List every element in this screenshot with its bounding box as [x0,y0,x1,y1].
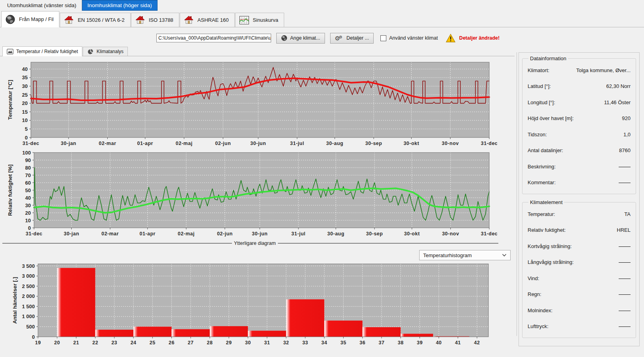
svg-text:37: 37 [379,340,385,346]
diagram-type-dropdown[interactable]: Temperaturhistogram [419,250,511,260]
svg-text:31-jul: 31-jul [291,231,306,237]
svg-text:25: 25 [22,92,28,98]
source-tab-2[interactable]: ISO 13788 [131,13,179,27]
house-icon [184,15,194,25]
source-tab-label: EN 15026 / WTA 6-2 [78,17,124,23]
svg-text:42: 42 [474,340,480,346]
info-row-value [619,275,631,281]
svg-text:30-jan: 30-jan [61,141,76,146]
info-row-value: 11,46 Öster [604,99,631,105]
use-left-climate-checkbox[interactable] [380,35,386,41]
svg-text:80: 80 [25,165,31,171]
info-row: Höjd över havet [m]:920 [528,111,631,127]
info-row: Lufttryck: [528,319,631,335]
svg-text:3 000: 3 000 [22,273,35,279]
ange-klimat-button[interactable]: Ange klimat... [276,33,325,44]
info-row: Kommentar: [528,175,631,191]
svg-text:1 500: 1 500 [22,304,35,309]
svg-text:32: 32 [283,340,289,346]
svg-text:30-aug: 30-aug [326,141,343,146]
svg-text:5: 5 [25,126,28,132]
info-row-value: 8760 [619,147,631,153]
gears-icon: ⚙⚙ [335,35,344,41]
diagram-type-value: Temperaturhistogram [423,252,472,258]
view-tab-0[interactable]: Temperatur / Relativ fuktighet [2,46,82,56]
svg-text:35: 35 [340,340,346,346]
empty-value-dash [619,183,631,183]
svg-text:36: 36 [359,340,365,346]
info-row-label: Longitud [°]: [528,99,555,105]
svg-text:25: 25 [150,340,156,346]
view-tab-label: Temperatur / Relativ fuktighet [16,49,78,54]
climate-elements-title: Klimatelement [528,199,564,205]
svg-text:31-dec: 31-dec [23,141,40,146]
view-tab-1[interactable]: Klimatanalys [83,47,128,56]
svg-text:15: 15 [22,109,28,115]
panel-splitter[interactable] [517,52,517,336]
diagram-type-row: Temperaturhistogram [0,250,511,260]
data-information-group: Datainformation Klimatort:Tolga kommune,… [522,55,636,194]
info-row-value [619,243,631,249]
svg-text:01-apr: 01-apr [137,141,153,146]
humidity-chart: 010203040506070809010031-dec30-jan02-mar… [0,150,515,238]
info-side-panel: Datainformation Klimatort:Tolga kommune,… [519,52,640,346]
info-row-value: Tolga kommune, Øver... [576,67,631,73]
main-content: Temperatur / Relativ fuktighetKlimatanal… [0,46,644,350]
info-row-value: 920 [622,115,631,121]
info-row-value [619,307,631,313]
tab-outdoor-climate[interactable]: Utomhusklimat (vänster sida) [2,0,82,11]
detaljer-button[interactable]: ⚙⚙ Detaljer ... [330,33,374,44]
ange-klimat-button-label: Ange klimat... [290,35,320,41]
wufi-climate-window: Utomhusklimat (vänster sida)Inomhusklima… [0,0,644,357]
source-tab-4[interactable]: Sinuskurva [235,13,284,27]
svg-text:30: 30 [245,340,251,346]
svg-text:31-dec: 31-dec [481,231,497,237]
climate-elements-group: Klimatelement Temperatur:TARelativ fukti… [522,199,636,338]
source-tab-0[interactable]: Från Mapp / Fil [1,11,59,27]
source-tab-label: ISO 13788 [149,17,173,23]
svg-text:Antal händelser [.]: Antal händelser [.] [12,277,18,324]
climate-elements-rows: Temperatur:TARelativ fuktighet:HRELKortv… [528,206,631,334]
climate-toolbar: C:\Users\vaa_000\AppData\Roaming\WUFI\Cl… [156,32,644,44]
svg-text:02-maj: 02-maj [178,231,195,237]
info-row-value [619,164,631,170]
svg-text:10: 10 [25,218,31,223]
svg-text:3 500: 3 500 [22,263,35,269]
source-tab-3[interactable]: ASHRAE 160 [180,13,235,27]
svg-text:26: 26 [169,340,175,346]
svg-text:20: 20 [22,100,28,106]
climate-source-tab-bar: Från Mapp / FilEN 15026 / WTA 6-2ISO 137… [0,11,644,27]
svg-text:70: 70 [25,172,31,178]
temperature-chart-svg: 051015202530354031-dec30-jan02-mar01-apr… [0,60,497,146]
info-row-value [619,259,631,265]
info-row: Temperatur:TA [528,206,631,222]
svg-text:31: 31 [264,340,270,346]
info-row: Vind: [528,270,631,286]
svg-text:33: 33 [302,340,308,346]
svg-text:30-jun: 30-jun [252,231,268,237]
svg-text:30: 30 [22,83,28,89]
svg-text:40: 40 [22,66,28,72]
info-row: Relativ fuktighet:HREL [528,222,631,239]
svg-text:30-aug: 30-aug [327,231,344,237]
svg-text:19: 19 [35,340,41,346]
empty-value-dash [619,279,631,279]
info-row: Långvågig strålning: [528,254,631,271]
area-chart-icon [7,49,13,55]
info-row-value [619,323,631,329]
tab-indoor-climate[interactable]: Inomhusklimat (höger sida) [82,0,158,11]
svg-text:02-mar: 02-mar [99,141,116,146]
svg-text:38: 38 [398,340,404,346]
svg-text:02-jun: 02-jun [217,231,233,237]
info-row-label: Temperatur: [528,211,555,217]
svg-text:34: 34 [321,340,327,346]
info-row-value: HREL [617,227,631,233]
info-row-label: Relativ fuktighet: [528,227,566,233]
svg-text:23: 23 [111,340,117,346]
data-information-title: Datainformation [528,55,568,61]
source-tab-1[interactable]: EN 15026 / WTA 6-2 [60,13,130,27]
climate-file-path-field[interactable]: C:\Users\vaa_000\AppData\Roaming\WUFI\Cl… [156,34,271,42]
svg-text:30-nov: 30-nov [442,231,459,237]
empty-value-dash [619,262,631,263]
data-information-rows: Klimatort:Tolga kommune, Øver...Latitud … [528,62,631,191]
